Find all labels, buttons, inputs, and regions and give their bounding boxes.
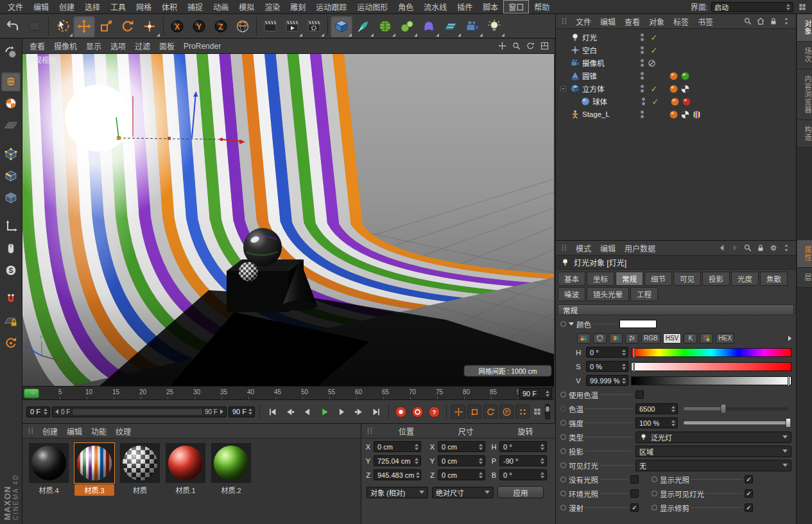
- value-stepper[interactable]: [479, 472, 483, 478]
- light-type-select[interactable]: 泛光灯: [635, 432, 791, 443]
- panel-grip[interactable]: [559, 243, 569, 253]
- interface-select[interactable]: 启动: [711, 2, 793, 12]
- goto-next-key-button[interactable]: [351, 404, 367, 419]
- menu-create[interactable]: 创建: [54, 0, 80, 13]
- play-backward-button[interactable]: [299, 404, 315, 419]
- material-menu-create[interactable]: 创建: [38, 424, 62, 438]
- timeline-ruler[interactable]: 05101520253035404550556065707580859090 F: [22, 386, 554, 400]
- color-s-field[interactable]: 0 %: [586, 361, 628, 372]
- menu-mesh[interactable]: 网格: [131, 0, 157, 13]
- object-row-camera[interactable]: 摄像机: [556, 57, 796, 69]
- keyframe-dot[interactable]: [560, 448, 566, 454]
- color-temperature-field[interactable]: 6500: [635, 403, 678, 414]
- record-rotation-toggle[interactable]: [483, 405, 497, 419]
- model-mode-button[interactable]: [1, 72, 21, 91]
- tag-phong[interactable]: [668, 71, 678, 81]
- material-name[interactable]: 材质.1: [166, 484, 205, 496]
- render-picture-viewer-button[interactable]: [281, 15, 303, 37]
- attribute-menu-user-data[interactable]: 用户数据: [620, 241, 660, 255]
- home-icon-button[interactable]: [755, 16, 766, 27]
- value-stepper[interactable]: [671, 406, 675, 412]
- picker-hsv-button[interactable]: HSV: [663, 333, 682, 344]
- record-keyframe-button[interactable]: [393, 405, 408, 419]
- dropdown-corner-icon[interactable]: [370, 33, 374, 37]
- attribute-menu-mode[interactable]: 模式: [571, 241, 596, 255]
- value-stepper[interactable]: [671, 420, 675, 426]
- material-preview[interactable]: [166, 443, 205, 483]
- move-tool-button[interactable]: [73, 15, 95, 37]
- enable-axis-button[interactable]: [1, 217, 21, 236]
- tab-caustics[interactable]: 焦散: [760, 272, 788, 286]
- menu-motion-tracker[interactable]: 运动跟踪: [311, 0, 352, 13]
- make-editable-button[interactable]: [1, 43, 21, 62]
- lock-z-axis-button[interactable]: Z: [210, 15, 232, 37]
- visibility-dots[interactable]: [637, 72, 646, 80]
- color-expander-icon[interactable]: [569, 322, 574, 326]
- menu-select[interactable]: 选择: [80, 0, 105, 13]
- menu-file[interactable]: 文件: [3, 0, 28, 13]
- maximize-view-button[interactable]: [539, 40, 550, 52]
- ambient-illumination-checkbox[interactable]: [630, 489, 639, 498]
- workplane-mode-button[interactable]: [1, 116, 21, 135]
- picker-rgb-button[interactable]: RGB: [641, 333, 661, 344]
- goto-next-frame-button[interactable]: [334, 404, 349, 419]
- value-stepper[interactable]: [479, 444, 483, 450]
- tab-basic[interactable]: 基本: [558, 272, 585, 286]
- menu-help[interactable]: 帮助: [529, 0, 555, 13]
- material-name[interactable]: 材质.4: [29, 484, 69, 496]
- use-temperature-checkbox[interactable]: [635, 390, 644, 399]
- lock-y-axis-button[interactable]: Y: [188, 15, 210, 37]
- menu-render[interactable]: 渲染: [259, 0, 285, 13]
- menu-plugins[interactable]: 插件: [452, 0, 478, 13]
- material-menu-edit[interactable]: 编辑: [62, 424, 87, 438]
- polygons-mode-button[interactable]: [1, 188, 21, 207]
- render-view-button[interactable]: [259, 15, 281, 37]
- menu-window[interactable]: 窗口: [503, 0, 529, 13]
- tag-phong[interactable]: [668, 83, 678, 94]
- quantize-rotate-button[interactable]: [1, 333, 21, 353]
- viewport-menu-display[interactable]: 显示: [82, 39, 106, 53]
- sat-gradient-bar[interactable]: [631, 362, 791, 371]
- fwd-icon-button[interactable]: [729, 243, 740, 254]
- menu-tools[interactable]: 工具: [105, 0, 131, 13]
- dropdown-corner-icon[interactable]: [299, 33, 302, 37]
- search-icon-button[interactable]: [742, 16, 753, 27]
- pan-view-button[interactable]: [496, 40, 508, 52]
- goto-start-button[interactable]: [264, 404, 280, 419]
- viewport-canvas[interactable]: YXZ透视视图网格间距 : 1000 cm: [22, 54, 554, 386]
- dropdown-corner-icon[interactable]: [414, 33, 417, 37]
- autokey-button[interactable]: [410, 405, 425, 419]
- rotation-h-field[interactable]: 0 °: [499, 441, 547, 452]
- material-item-3[interactable]: 材质.1: [166, 443, 205, 496]
- tab-details[interactable]: 细节: [644, 272, 672, 286]
- dock-tab-takes[interactable]: 场次: [797, 42, 812, 69]
- position-y-field[interactable]: 725.04 cm: [374, 455, 421, 466]
- intensity-slider[interactable]: [684, 421, 788, 424]
- current-frame-field[interactable]: 0 F: [26, 406, 50, 417]
- visibility-dots[interactable]: [637, 33, 646, 41]
- object-manager-menu-edit[interactable]: 编辑: [596, 15, 620, 28]
- visible-light-select[interactable]: 无: [635, 460, 791, 471]
- tag-mat-stripes[interactable]: [691, 109, 702, 119]
- add-subdivision-surface-button[interactable]: [374, 15, 396, 37]
- tab-project[interactable]: 工程: [630, 287, 658, 301]
- shadow-type-select[interactable]: 区域: [635, 446, 791, 457]
- dock-tab-objects[interactable]: 对象: [797, 14, 812, 42]
- value-stepper[interactable]: [479, 458, 483, 464]
- material-item-2[interactable]: 材质: [120, 443, 160, 496]
- object-manager-menu-tags[interactable]: 标签: [669, 15, 693, 28]
- texture-mode-button[interactable]: [1, 94, 21, 113]
- snap-mode-button[interactable]: S: [1, 261, 21, 280]
- tab-shadow[interactable]: 投影: [702, 272, 730, 286]
- back-icon-button[interactable]: [716, 243, 727, 254]
- object-manager-menu-view[interactable]: 查看: [620, 15, 644, 28]
- object-manager-menu-bookmarks[interactable]: 书签: [693, 15, 718, 28]
- points-mode-button[interactable]: [1, 144, 21, 164]
- tag-phong[interactable]: [669, 96, 680, 107]
- color-swatch[interactable]: [619, 320, 657, 328]
- tab-visibility[interactable]: 可见: [673, 272, 701, 286]
- pk-mixer-button[interactable]: [577, 333, 591, 344]
- viewport-menu-cameras[interactable]: 摄像机: [49, 39, 82, 53]
- keyframe-dot[interactable]: [652, 476, 657, 482]
- edges-mode-button[interactable]: [1, 166, 21, 186]
